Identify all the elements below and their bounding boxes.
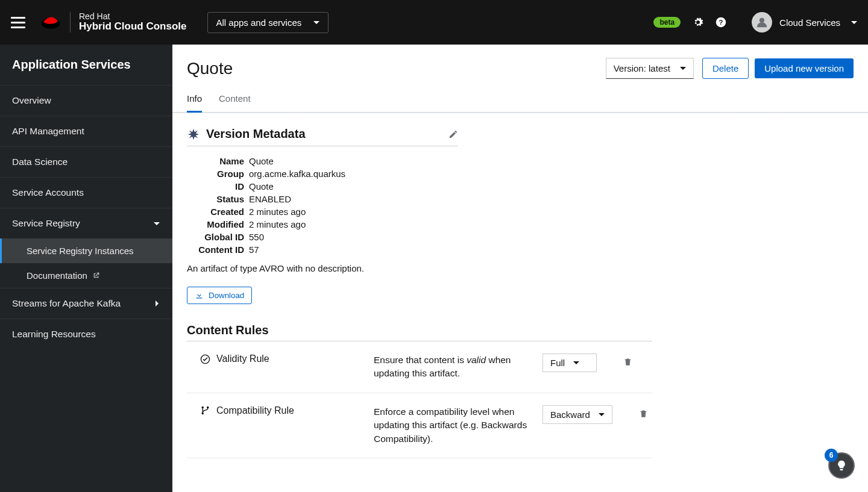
compatibility-rule-description: Enforce a compatibility level when updat… xyxy=(374,405,530,446)
caret-down-icon xyxy=(680,67,686,70)
sidebar-item-label: Overview xyxy=(12,95,51,106)
brand-text: Red Hat Hybrid Cloud Console xyxy=(70,12,187,33)
branch-icon xyxy=(200,405,210,416)
validity-rule-select[interactable]: Full xyxy=(542,353,597,372)
metadata-table: NameQuote Grouporg.acme.kafka.quarkus ID… xyxy=(187,155,652,256)
meta-value-id: Quote xyxy=(249,181,274,192)
brand-line1: Red Hat xyxy=(79,12,187,21)
sidebar-item-service-accounts[interactable]: Service Accounts xyxy=(0,177,172,208)
sidebar-subitem-documentation[interactable]: Documentation xyxy=(0,263,172,288)
meta-value-status: ENABLED xyxy=(249,194,291,204)
download-button-label: Download xyxy=(209,291,244,300)
caret-down-icon xyxy=(313,21,319,24)
svg-text:?: ? xyxy=(719,19,723,26)
sidebar-item-label: Service Accounts xyxy=(12,187,84,198)
sidebar: Application Services Overview API Manage… xyxy=(0,45,172,492)
meta-label: Name xyxy=(187,156,244,166)
validity-rule-description: Ensure that content is valid when updati… xyxy=(374,353,530,381)
sidebar-item-learning-resources[interactable]: Learning Resources xyxy=(0,319,172,349)
page-title: Quote xyxy=(187,59,606,78)
user-menu[interactable]: Cloud Services xyxy=(752,12,857,33)
sidebar-subitem-label: Documentation xyxy=(27,270,87,281)
check-circle-icon xyxy=(200,354,210,364)
brand-logo[interactable]: Red Hat Hybrid Cloud Console xyxy=(40,12,187,33)
sidebar-subitem-service-registry-instances[interactable]: Service Registry Instances xyxy=(0,238,172,263)
meta-label: Group xyxy=(187,169,244,179)
artifact-type-icon xyxy=(187,128,200,141)
content-rules-title: Content Rules xyxy=(187,323,652,341)
download-icon xyxy=(195,291,204,300)
sidebar-subitem-label: Service Registry Instances xyxy=(27,246,134,256)
sidebar-item-label: Service Registry xyxy=(12,218,80,229)
sidebar-item-label: Learning Resources xyxy=(12,329,96,340)
trash-icon[interactable] xyxy=(623,357,632,367)
meta-value-content-id: 57 xyxy=(249,244,259,255)
svg-point-3 xyxy=(760,18,764,23)
meta-label: Global ID xyxy=(187,232,244,242)
caret-down-icon xyxy=(573,361,579,364)
gear-icon[interactable] xyxy=(693,17,703,28)
main-content: Quote Version: latest Delete Upload new … xyxy=(172,45,868,492)
meta-label: Content ID xyxy=(187,244,244,255)
sidebar-item-overview[interactable]: Overview xyxy=(0,85,172,116)
redhat-icon xyxy=(40,14,61,31)
delete-button[interactable]: Delete xyxy=(702,58,749,79)
compatibility-rule-value: Backward xyxy=(550,409,590,420)
svg-point-6 xyxy=(207,406,209,409)
validity-rule-row: Validity Rule Ensure that content is val… xyxy=(187,341,652,393)
tab-content[interactable]: Content xyxy=(219,93,251,112)
meta-label: Created xyxy=(187,207,244,217)
avatar-icon xyxy=(752,12,772,33)
sidebar-item-label: Data Science xyxy=(12,157,68,167)
meta-value-name: Quote xyxy=(249,156,274,166)
meta-value-created: 2 minutes ago xyxy=(249,207,306,217)
section-title-text: Version Metadata xyxy=(206,127,306,141)
compatibility-rule-select[interactable]: Backward xyxy=(542,405,612,424)
sidebar-title: Application Services xyxy=(0,45,172,85)
meta-value-group: org.acme.kafka.quarkus xyxy=(249,169,345,179)
meta-label: ID xyxy=(187,181,244,192)
version-select[interactable]: Version: latest xyxy=(606,58,694,79)
rule-name-label: Compatibility Rule xyxy=(216,405,294,416)
version-select-label: Version: latest xyxy=(614,63,670,73)
tab-info[interactable]: Info xyxy=(187,93,202,113)
rule-name-label: Validity Rule xyxy=(216,353,269,364)
validity-rule-value: Full xyxy=(550,358,565,368)
beta-badge: beta xyxy=(653,17,681,28)
brand-line2: Hybrid Cloud Console xyxy=(79,21,187,33)
compatibility-rule-row: Compatibility Rule Enforce a compatibili… xyxy=(187,393,652,458)
page-header: Quote Version: latest Delete Upload new … xyxy=(172,45,868,79)
caret-down-icon xyxy=(851,21,857,24)
svg-point-5 xyxy=(201,406,204,409)
help-icon[interactable]: ? xyxy=(715,17,726,28)
upload-new-version-button[interactable]: Upload new version xyxy=(755,58,854,78)
meta-label: Status xyxy=(187,194,244,204)
tab-bar: Info Content xyxy=(172,79,868,113)
sidebar-item-api-management[interactable]: API Management xyxy=(0,116,172,146)
trash-icon[interactable] xyxy=(639,409,648,419)
sidebar-item-service-registry[interactable]: Service Registry xyxy=(0,208,172,238)
hamburger-menu-button[interactable] xyxy=(11,17,25,28)
svg-point-7 xyxy=(201,413,204,415)
artifact-description: An artifact of type AVRO with no descrip… xyxy=(187,263,652,273)
chevron-down-icon xyxy=(153,220,160,227)
meta-label: Modified xyxy=(187,219,244,229)
apps-dropdown[interactable]: All apps and services xyxy=(207,12,329,33)
download-button[interactable]: Download xyxy=(187,287,252,304)
chevron-right-icon xyxy=(153,300,160,307)
sidebar-item-label: API Management xyxy=(12,126,84,137)
beacon-count-badge: 6 xyxy=(825,449,838,462)
lightbulb-icon xyxy=(835,459,848,472)
external-link-icon xyxy=(92,272,100,279)
meta-value-modified: 2 minutes ago xyxy=(249,219,306,229)
caret-down-icon xyxy=(599,413,605,416)
sidebar-item-data-science[interactable]: Data Science xyxy=(0,146,172,177)
sidebar-item-streams-kafka[interactable]: Streams for Apache Kafka xyxy=(0,288,172,319)
version-metadata-header: Version Metadata xyxy=(187,127,458,146)
edit-icon[interactable] xyxy=(448,129,458,139)
user-label: Cloud Services xyxy=(779,17,840,28)
meta-value-global-id: 550 xyxy=(249,232,264,242)
sidebar-item-label: Streams for Apache Kafka xyxy=(12,298,121,309)
help-beacon[interactable]: 6 xyxy=(828,452,855,479)
apps-dropdown-label: All apps and services xyxy=(216,17,302,28)
